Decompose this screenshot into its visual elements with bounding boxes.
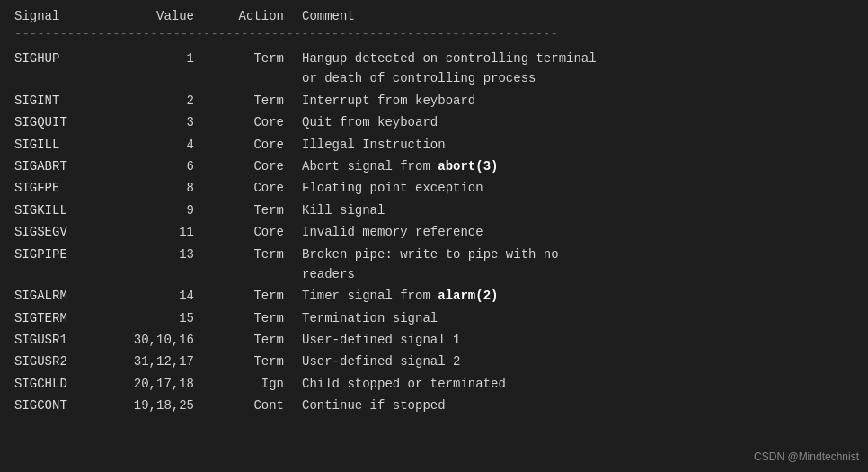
signal-value: 19,18,25: [113, 396, 221, 415]
table-header: Signal Value Action Comment: [14, 9, 854, 23]
table-row: SIGALRM14TermTimer signal from alarm(2): [14, 286, 854, 306]
table-row: SIGTERM15TermTermination signal: [14, 308, 854, 328]
signal-value: 1: [113, 49, 221, 89]
signal-value: 14: [113, 286, 221, 306]
header-signal: Signal: [14, 9, 113, 23]
table-row: SIGHUP1TermHangup detected on controllin…: [14, 49, 854, 89]
signal-value: 20,17,18: [113, 374, 221, 394]
signal-name: SIGUSR2: [14, 352, 113, 371]
signal-action: Term: [221, 286, 302, 306]
signal-name: SIGTERM: [14, 308, 113, 328]
header-action: Action: [221, 9, 302, 23]
signal-action: Term: [221, 91, 302, 111]
signal-action: Ign: [221, 374, 302, 394]
header-comment: Comment: [302, 9, 854, 23]
table-row: SIGCONT19,18,25ContContinue if stopped: [14, 396, 854, 415]
signal-value: 11: [113, 222, 221, 242]
signal-name: SIGPIPE: [14, 245, 113, 285]
signal-action: Core: [221, 135, 302, 155]
signal-action: Core: [221, 178, 302, 198]
signal-action: Term: [221, 49, 302, 89]
signal-comment: User-defined signal 1: [302, 330, 854, 350]
table-row: SIGSEGV11CoreInvalid memory reference: [14, 222, 854, 242]
signal-comment: Abort signal from abort(3): [302, 156, 854, 176]
signal-comment: Timer signal from alarm(2): [302, 286, 854, 306]
table-row: SIGPIPE13TermBroken pipe: write to pipe …: [14, 245, 854, 285]
signal-action: Term: [221, 330, 302, 350]
signal-action: Term: [221, 245, 302, 285]
watermark: CSDN @Mindtechnist: [754, 450, 859, 463]
signal-value: 6: [113, 156, 221, 176]
table-row: SIGCHLD20,17,18IgnChild stopped or termi…: [14, 374, 854, 394]
signal-value: 9: [113, 200, 221, 220]
signal-name: SIGALRM: [14, 286, 113, 306]
signal-value: 13: [113, 245, 221, 285]
signal-action: Cont: [221, 396, 302, 415]
signal-value: 3: [113, 112, 221, 132]
signal-name: SIGILL: [14, 135, 113, 155]
signal-action: Term: [221, 308, 302, 328]
signal-comment: Child stopped or terminated: [302, 374, 854, 394]
signal-comment: Termination signal: [302, 308, 854, 328]
signal-comment: Broken pipe: write to pipe with noreader…: [302, 245, 854, 285]
signal-value: 4: [113, 135, 221, 155]
signal-value: 8: [113, 178, 221, 198]
signal-action: Core: [221, 222, 302, 242]
signal-value: 2: [113, 91, 221, 111]
signal-action: Core: [221, 112, 302, 132]
signal-name: SIGCONT: [14, 396, 113, 415]
table-row: SIGFPE8CoreFloating point exception: [14, 178, 854, 198]
signal-value: 31,12,17: [113, 352, 221, 371]
table-row: SIGQUIT3CoreQuit from keyboard: [14, 112, 854, 132]
signal-name: SIGFPE: [14, 178, 113, 198]
table-body: SIGHUP1TermHangup detected on controllin…: [14, 49, 854, 416]
table-row: SIGUSR130,10,16TermUser-defined signal 1: [14, 330, 854, 350]
table-row: SIGUSR231,12,17TermUser-defined signal 2: [14, 352, 854, 371]
signal-action: Core: [221, 156, 302, 176]
table-divider: ----------------------------------------…: [14, 27, 854, 41]
signal-action: Term: [221, 352, 302, 371]
signal-comment: Interrupt from keyboard: [302, 91, 854, 111]
signal-value: 15: [113, 308, 221, 328]
signal-comment: Invalid memory reference: [302, 222, 854, 242]
header-value: Value: [113, 9, 221, 23]
signal-name: SIGQUIT: [14, 112, 113, 132]
signal-table: Signal Value Action Comment ------------…: [14, 9, 854, 416]
signal-name: SIGABRT: [14, 156, 113, 176]
signal-action: Term: [221, 200, 302, 220]
table-row: SIGABRT6CoreAbort signal from abort(3): [14, 156, 854, 176]
signal-name: SIGINT: [14, 91, 113, 111]
signal-name: SIGSEGV: [14, 222, 113, 242]
signal-name: SIGCHLD: [14, 374, 113, 394]
signal-comment: Quit from keyboard: [302, 112, 854, 132]
signal-comment: Illegal Instruction: [302, 135, 854, 155]
signal-comment: Hangup detected on controlling terminalo…: [302, 49, 854, 89]
signal-value: 30,10,16: [113, 330, 221, 350]
signal-comment: Kill signal: [302, 200, 854, 220]
table-row: SIGINT2TermInterrupt from keyboard: [14, 91, 854, 111]
signal-name: SIGHUP: [14, 49, 113, 89]
signal-comment: Continue if stopped: [302, 396, 854, 415]
signal-comment: Floating point exception: [302, 178, 854, 198]
signal-comment: User-defined signal 2: [302, 352, 854, 371]
table-row: SIGKILL9TermKill signal: [14, 200, 854, 220]
signal-name: SIGKILL: [14, 200, 113, 220]
table-row: SIGILL4CoreIllegal Instruction: [14, 135, 854, 155]
signal-name: SIGUSR1: [14, 330, 113, 350]
